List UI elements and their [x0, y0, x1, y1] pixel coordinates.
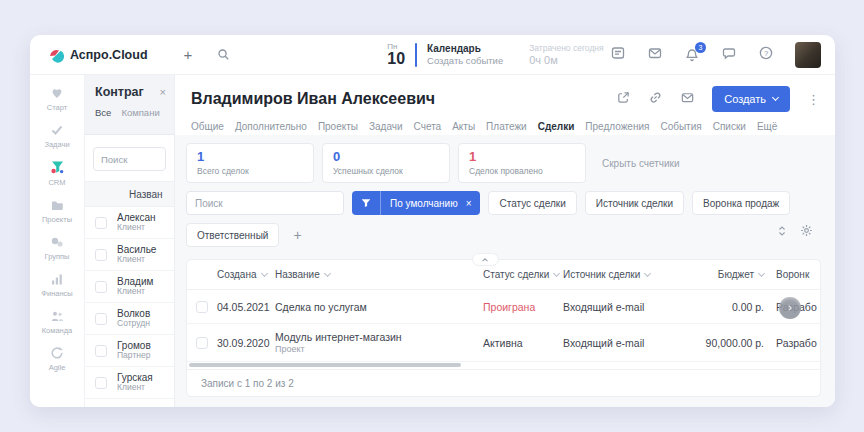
copy-link-icon[interactable]	[648, 90, 663, 109]
sort-chevron-icon	[644, 270, 651, 277]
nav-item-tasks[interactable]: Задачи	[30, 118, 84, 155]
filter-funnel-icon	[352, 197, 380, 209]
collapse-vertical-icon[interactable]	[776, 223, 788, 241]
hide-counters-link[interactable]: Скрыть счетчики	[602, 158, 680, 169]
contacts-panel-header: Контраг × Все Компани	[85, 75, 174, 135]
horizontal-scrollbar	[187, 362, 820, 369]
mail-icon[interactable]	[647, 45, 663, 65]
filter-deal-source[interactable]: Источник сделки	[585, 191, 684, 215]
finance-icon	[50, 272, 64, 286]
row-checkbox[interactable]	[95, 377, 107, 389]
filter-deal-status[interactable]: Статус сделки	[488, 191, 576, 215]
scrollbar-thumb[interactable]	[189, 363, 461, 367]
nav-item-agile[interactable]: Agile	[30, 341, 84, 378]
nav-item-projects[interactable]: Проекты	[30, 193, 84, 230]
chevron-down-icon	[772, 94, 779, 101]
counter-won-deals: 0 Успешных сделок	[322, 143, 450, 183]
counter-lost-deals: 1 Сделок провалено	[458, 143, 586, 183]
column-created[interactable]: Создана	[217, 269, 275, 280]
column-name[interactable]: Название	[275, 269, 483, 280]
contact-row[interactable]: Гурская Клиент	[85, 367, 174, 399]
column-funnel[interactable]: Воронк	[764, 269, 820, 280]
row-checkbox[interactable]	[95, 281, 107, 293]
row-checkbox[interactable]	[95, 249, 107, 261]
time-tracked-value: 0ч 0м	[529, 54, 603, 66]
row-checkbox[interactable]	[95, 313, 107, 325]
nav-item-groups[interactable]: Группы	[30, 230, 84, 267]
nav-item-team[interactable]: Команда	[30, 304, 84, 341]
page-title: Владимиров Иван Алексеевич	[191, 90, 435, 108]
sort-chevron-icon	[324, 270, 331, 277]
records-count: Записи с 1 по 2 из 2	[187, 369, 820, 396]
user-avatar[interactable]	[795, 42, 821, 68]
contact-row[interactable]: Громов Партнер	[85, 335, 174, 367]
more-menu-icon[interactable]: ⋮	[807, 92, 821, 107]
filter-sales-funnel[interactable]: Воронка продаж	[692, 191, 790, 215]
open-in-new-icon[interactable]	[616, 90, 631, 109]
row-checkbox[interactable]	[95, 217, 107, 229]
remove-filter-icon[interactable]: ×	[463, 198, 481, 209]
deals-search	[186, 191, 344, 215]
deals-search-input[interactable]	[186, 191, 344, 215]
crm-icon	[50, 160, 65, 175]
contacts-panel: Контраг × Все Компани Назван Алексан Кли…	[85, 75, 175, 407]
search-icon[interactable]	[216, 47, 231, 62]
contacts-tab-all[interactable]: Все	[95, 107, 111, 118]
collapse-table-button[interactable]	[472, 253, 499, 266]
contacts-search-input[interactable]	[93, 147, 166, 171]
column-status[interactable]: Статус сделки	[483, 269, 563, 280]
column-source[interactable]: Источник сделки	[563, 269, 678, 280]
active-filter-chip[interactable]: По умолчанию ×	[352, 191, 480, 215]
filter-responsible[interactable]: Ответственный	[186, 223, 279, 247]
logo-icon	[48, 47, 64, 63]
gear-icon[interactable]	[800, 223, 813, 241]
row-checkbox[interactable]	[196, 301, 208, 313]
divider	[415, 43, 417, 67]
notifications-bell-icon[interactable]: 3	[684, 47, 700, 63]
nav-item-crm[interactable]: CRM	[30, 155, 84, 193]
contact-detail-panel: Владимиров Иван Алексеевич	[175, 75, 835, 407]
contact-row[interactable]: Алексан Клиент	[85, 207, 174, 239]
chat-icon[interactable]	[721, 45, 737, 65]
app-window: Аспро.Cloud + Пн 10 Календарь Создать со…	[30, 35, 835, 407]
scroll-right-button[interactable]	[779, 297, 801, 319]
contact-row[interactable]: Василье Клиент	[85, 239, 174, 271]
calendar-widget[interactable]: Пн 10 Календарь Создать событие Затрачен…	[387, 42, 603, 67]
deals-table: Создана Название Статус сделки Источник …	[186, 259, 821, 397]
add-filter-button[interactable]: +	[293, 227, 301, 243]
notes-icon[interactable]	[610, 45, 626, 65]
contacts-tab-companies[interactable]: Компани	[121, 107, 159, 118]
svg-text:?: ?	[764, 48, 768, 57]
deal-row[interactable]: 30.09.2020 Модуль интернет-магазин Проек…	[187, 324, 820, 362]
help-icon[interactable]: ?	[758, 45, 774, 65]
column-budget[interactable]: Бюджет	[678, 269, 764, 280]
calendar-title: Календарь	[427, 43, 503, 54]
team-icon	[50, 309, 64, 323]
day-number: 10	[387, 51, 405, 67]
nav-rail: Старт Задачи CRM Проекты Г	[30, 75, 85, 407]
send-email-icon[interactable]	[680, 90, 695, 109]
contact-row[interactable]: Волков Сотрудн	[85, 303, 174, 335]
contacts-column-header[interactable]: Назван	[85, 181, 174, 207]
close-icon[interactable]: ×	[160, 86, 166, 98]
create-event-link[interactable]: Создать событие	[427, 55, 503, 66]
row-checkbox[interactable]	[95, 345, 107, 357]
create-button[interactable]: Создать	[712, 86, 790, 112]
groups-icon	[50, 235, 64, 249]
quick-add-button[interactable]: +	[184, 46, 193, 63]
projects-icon	[50, 198, 64, 212]
deal-row[interactable]: 04.05.2021 Сделка по услугам Проиграна В…	[187, 290, 820, 324]
sort-chevron-icon	[553, 270, 560, 277]
notifications-badge: 3	[695, 42, 706, 53]
status-badge: Активна	[483, 337, 563, 349]
time-tracked-label: Затрачено сегодня	[529, 43, 603, 53]
contact-row[interactable]: Владим Клиент	[85, 271, 174, 303]
row-checkbox[interactable]	[196, 337, 208, 349]
deals-section: 1 Всего сделок 0 Успешных сделок 1 Сдело…	[175, 135, 835, 407]
status-badge: Проиграна	[483, 301, 563, 313]
nav-item-finance[interactable]: Финансы	[30, 267, 84, 304]
sort-chevron-icon	[260, 270, 267, 277]
table-header: Создана Название Статус сделки Источник …	[187, 260, 820, 290]
app-logo[interactable]: Аспро.Cloud	[48, 47, 148, 63]
nav-item-start[interactable]: Старт	[30, 81, 84, 118]
